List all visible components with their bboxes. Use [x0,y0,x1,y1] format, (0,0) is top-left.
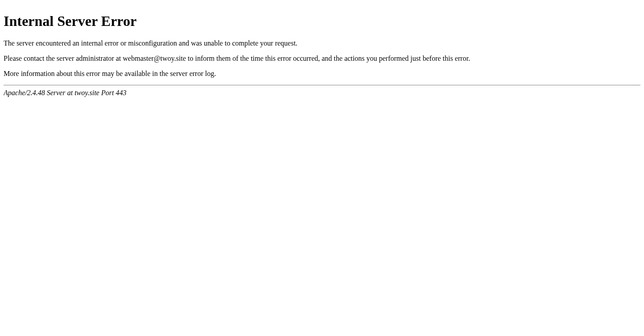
error-title: Internal Server Error [4,13,640,29]
error-description-3: More information about this error may be… [4,70,640,78]
divider [4,85,640,85]
server-signature: Apache/2.4.48 Server at twoy.site Port 4… [4,89,640,97]
error-description-2: Please contact the server administrator … [4,55,640,63]
error-description-1: The server encountered an internal error… [4,39,640,47]
